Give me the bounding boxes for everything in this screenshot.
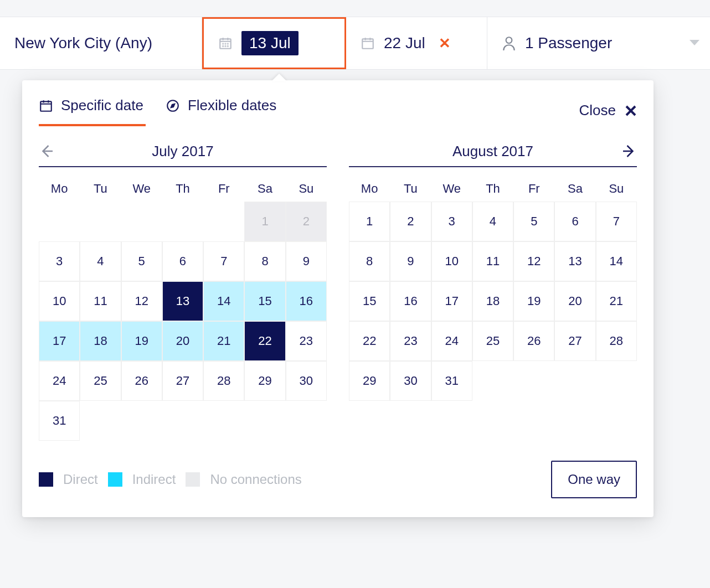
calendar-day[interactable]: 15 (349, 281, 390, 321)
calendar-day[interactable]: 29 (349, 361, 390, 401)
calendar-month: August 2017MoTuWeThFrSaSu123456789101112… (349, 141, 637, 441)
calendar-day[interactable]: 5 (513, 202, 554, 241)
calendar-day[interactable]: 8 (349, 241, 390, 281)
calendar-blank (203, 401, 244, 441)
tab-specific-date[interactable]: Specific date (39, 97, 143, 124)
calendar-day[interactable]: 24 (431, 321, 472, 361)
svg-point-2 (225, 44, 225, 44)
calendar-icon (39, 99, 53, 113)
calendar-day[interactable]: 9 (390, 241, 431, 281)
calendar-day[interactable]: 21 (203, 321, 244, 361)
calendar-day[interactable]: 25 (472, 321, 513, 361)
weekday-label: We (121, 176, 162, 202)
calendar-day[interactable]: 10 (39, 281, 80, 321)
calendar-day[interactable]: 30 (390, 361, 431, 401)
return-date-field[interactable]: 22 Jul ✕ (346, 17, 487, 69)
calendar-day[interactable]: 23 (390, 321, 431, 361)
calendar-day[interactable]: 12 (121, 281, 162, 321)
calendar-day[interactable]: 2 (390, 202, 431, 241)
depart-date-field[interactable]: 13 Jul (202, 17, 346, 69)
passengers-field[interactable]: 1 Passenger (487, 17, 710, 69)
calendar-day[interactable]: 16 (390, 281, 431, 321)
calendar-day[interactable]: 18 (472, 281, 513, 321)
tab-label: Specific date (61, 97, 143, 114)
next-month-button[interactable] (620, 143, 637, 159)
calendar-day[interactable]: 23 (286, 321, 327, 361)
calendar-day[interactable]: 31 (39, 401, 80, 441)
legend-swatch-direct (39, 472, 53, 487)
calendar-day[interactable]: 10 (431, 241, 472, 281)
calendar-day[interactable]: 8 (244, 241, 285, 281)
close-datepicker[interactable]: Close (579, 102, 637, 119)
calendar-day[interactable]: 4 (472, 202, 513, 241)
calendar-day[interactable]: 1 (349, 202, 390, 241)
calendar-day[interactable]: 21 (596, 281, 637, 321)
clear-return-icon[interactable]: ✕ (439, 36, 451, 50)
weekday-label: Fr (203, 176, 244, 202)
calendar-day[interactable]: 20 (554, 281, 595, 321)
calendar-day[interactable]: 3 (431, 202, 472, 241)
calendar-day[interactable]: 17 (431, 281, 472, 321)
weekday-label: Tu (80, 176, 121, 202)
calendar-day[interactable]: 3 (39, 241, 80, 281)
calendar-day[interactable]: 18 (80, 321, 121, 361)
calendar-day[interactable]: 26 (513, 321, 554, 361)
calendar-day[interactable]: 13 (162, 281, 203, 321)
datepicker-tabs: Specific date Flexible dates Close (39, 97, 637, 124)
weekday-label: Su (286, 176, 327, 202)
calendar-day[interactable]: 27 (162, 361, 203, 401)
calendar-day[interactable]: 16 (286, 281, 327, 321)
calendar-day[interactable]: 22 (349, 321, 390, 361)
svg-point-1 (223, 44, 223, 44)
calendar-day[interactable]: 11 (472, 241, 513, 281)
calendar-day[interactable]: 7 (596, 202, 637, 241)
calendar-day[interactable]: 6 (554, 202, 595, 241)
calendar-day[interactable]: 24 (39, 361, 80, 401)
weekday-label: Sa (554, 176, 595, 202)
weekday-label: Mo (39, 176, 80, 202)
calendar-blank (554, 361, 595, 401)
weekday-label: Mo (349, 176, 390, 202)
calendar-day[interactable]: 15 (244, 281, 285, 321)
calendar-day[interactable]: 27 (554, 321, 595, 361)
calendar-day[interactable]: 19 (121, 321, 162, 361)
calendar-day[interactable]: 25 (80, 361, 121, 401)
calendar-day[interactable]: 26 (121, 361, 162, 401)
calendar-day[interactable]: 30 (286, 361, 327, 401)
calendar-day[interactable]: 22 (244, 321, 285, 361)
calendar-day[interactable]: 19 (513, 281, 554, 321)
calendar-day[interactable]: 11 (80, 281, 121, 321)
calendar-day[interactable]: 9 (286, 241, 327, 281)
calendar-day[interactable]: 12 (513, 241, 554, 281)
calendar-day[interactable]: 5 (121, 241, 162, 281)
prev-month-button[interactable] (39, 143, 55, 159)
compass-icon (166, 99, 180, 113)
calendar-day[interactable]: 6 (162, 241, 203, 281)
calendar-day[interactable]: 14 (203, 281, 244, 321)
calendar-day[interactable]: 17 (39, 321, 80, 361)
calendar-day[interactable]: 14 (596, 241, 637, 281)
calendar-day: 2 (286, 202, 327, 241)
legend-label-direct: Direct (63, 472, 98, 487)
one-way-button[interactable]: One way (551, 461, 637, 498)
tab-flexible-dates[interactable]: Flexible dates (166, 97, 276, 124)
month-header: August 2017 (349, 141, 637, 167)
month-title: July 2017 (152, 143, 213, 160)
calendar-day[interactable]: 13 (554, 241, 595, 281)
calendar-day[interactable]: 20 (162, 321, 203, 361)
month-header: July 2017 (39, 141, 327, 167)
close-icon (625, 105, 637, 117)
legend-swatch-indirect (108, 472, 122, 487)
destination-field[interactable]: New York City (Any) (0, 17, 202, 69)
calendar-day[interactable]: 29 (244, 361, 285, 401)
calendar-day[interactable]: 28 (203, 361, 244, 401)
calendar-grid: 1234567891011121314151617181920212223242… (39, 202, 327, 441)
calendar-blank (121, 202, 162, 241)
svg-rect-7 (362, 39, 373, 48)
calendar-day[interactable]: 28 (596, 321, 637, 361)
calendar-blank (121, 401, 162, 441)
calendar-day[interactable]: 4 (80, 241, 121, 281)
calendar-day[interactable]: 31 (431, 361, 472, 401)
weekday-row: MoTuWeThFrSaSu (39, 176, 327, 202)
calendar-day[interactable]: 7 (203, 241, 244, 281)
